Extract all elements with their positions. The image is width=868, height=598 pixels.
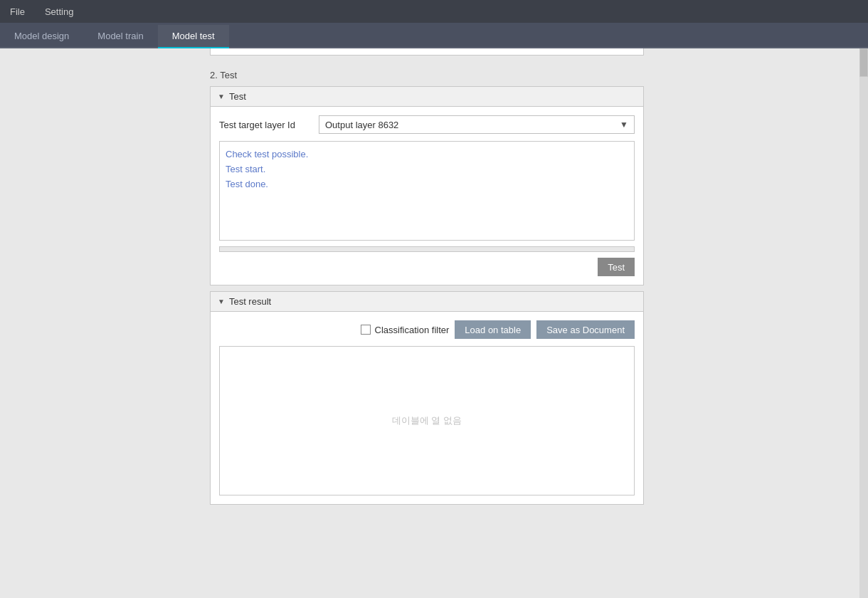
result-panel-body: Classification filter Load on table Save… xyxy=(211,312,643,504)
tab-bar: Model design Model train Model test xyxy=(0,23,868,48)
main-content: 2. Test ▼ Test Test target layer Id Outp… xyxy=(0,48,868,598)
scrollbar-thumb[interactable] xyxy=(859,48,868,77)
load-on-table-button[interactable]: Load on table xyxy=(455,320,531,339)
section-label: 2. Test xyxy=(210,70,868,80)
progress-bar-container xyxy=(219,246,635,252)
tab-model-design[interactable]: Model design xyxy=(0,25,83,48)
log-line-1: Check test possible. xyxy=(226,147,628,162)
tab-model-train[interactable]: Model train xyxy=(83,25,157,48)
test-button-row: Test xyxy=(219,258,635,276)
top-partial-element xyxy=(210,48,644,56)
result-panel-title: Test result xyxy=(229,296,271,307)
tab-model-test[interactable]: Model test xyxy=(158,25,229,48)
test-button[interactable]: Test xyxy=(598,258,635,276)
result-panel-collapse-icon[interactable]: ▼ xyxy=(218,298,225,305)
dropdown-arrow-icon: ▼ xyxy=(620,120,628,130)
classification-filter-checkbox[interactable] xyxy=(361,325,371,335)
scrollbar-track[interactable] xyxy=(859,48,868,598)
result-panel: ▼ Test result Classification filter Load… xyxy=(210,291,644,505)
menu-file[interactable]: File xyxy=(6,4,29,20)
menu-setting[interactable]: Setting xyxy=(41,4,78,20)
log-line-3: Test done. xyxy=(226,177,628,192)
test-log-area: Check test possible. Test start. Test do… xyxy=(219,141,635,241)
test-panel-header: ▼ Test xyxy=(211,87,643,107)
save-as-document-button[interactable]: Save as Document xyxy=(536,320,635,339)
test-panel-title: Test xyxy=(229,91,246,102)
title-bar: File Setting xyxy=(0,0,868,23)
filter-row: Classification filter Load on table Save… xyxy=(219,320,635,339)
result-table-area: 데이블에 열 없음 xyxy=(219,346,635,495)
test-target-dropdown[interactable]: Output layer 8632 ▼ xyxy=(319,115,635,134)
classification-filter-label: Classification filter xyxy=(375,325,450,335)
no-data-text: 데이블에 열 없음 xyxy=(392,414,462,427)
result-panel-header: ▼ Test result xyxy=(211,292,643,312)
test-target-row: Test target layer Id Output layer 8632 ▼ xyxy=(219,115,635,134)
dropdown-value: Output layer 8632 xyxy=(325,120,398,130)
test-panel: ▼ Test Test target layer Id Output layer… xyxy=(210,86,644,285)
test-panel-body: Test target layer Id Output layer 8632 ▼… xyxy=(211,107,643,285)
test-target-label: Test target layer Id xyxy=(219,120,312,130)
log-line-2: Test start. xyxy=(226,162,628,177)
test-panel-collapse-icon[interactable]: ▼ xyxy=(218,93,225,100)
classification-filter-wrapper: Classification filter xyxy=(361,325,450,335)
